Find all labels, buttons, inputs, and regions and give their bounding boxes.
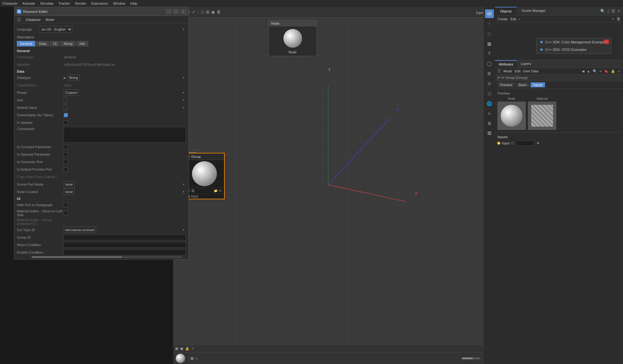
dropdown-close-button[interactable]: ×	[604, 40, 609, 44]
attr-edit-btn[interactable]: Edit	[515, 69, 521, 73]
is-variadic-checkbox[interactable]	[64, 120, 68, 125]
default-value-select[interactable]	[64, 104, 67, 111]
is-default-preview-checkbox[interactable]	[64, 167, 68, 172]
tab-scene-manager[interactable]: Scene Manager	[517, 7, 551, 15]
search-icon[interactable]: 🔍	[600, 9, 605, 13]
hide-port-checkbox[interactable]	[64, 203, 68, 207]
tab-ui[interactable]: UI	[50, 41, 60, 46]
sidebar-icon-hex[interactable]: ⬡	[485, 89, 494, 98]
overwritable-checkbox[interactable]	[64, 113, 68, 117]
attr-expand-icon[interactable]: ⤢	[618, 69, 621, 73]
mode-menu[interactable]: Mode	[46, 18, 54, 22]
tab-inputs[interactable]: Inputs	[531, 82, 545, 87]
input-value-field[interactable]: 0	[516, 141, 534, 146]
enable-condition-input[interactable]	[64, 250, 186, 255]
tab-preview[interactable]: Preview	[498, 82, 515, 87]
tab-info[interactable]: Info	[76, 41, 88, 46]
menu-window[interactable]: Window	[113, 2, 125, 5]
home-icon[interactable]: ⌂	[607, 9, 610, 13]
tab-attributes[interactable]: Attributes	[495, 60, 517, 68]
bottom-icon-2[interactable]: □	[195, 357, 198, 360]
sidebar-icon-select[interactable]: ▦	[485, 39, 494, 48]
menu-tracker[interactable]: Tracker	[58, 2, 70, 5]
maximize-button[interactable]: □	[174, 9, 179, 14]
attr-mode-btn[interactable]: Mode	[503, 69, 512, 73]
sidebar-icon-snap[interactable]	[485, 119, 494, 128]
is-converter-checkbox[interactable]	[64, 160, 68, 164]
sidebar-icon-layers[interactable]	[485, 129, 494, 138]
add-icon[interactable]: +	[611, 17, 614, 21]
tab-string[interactable]: String	[60, 41, 76, 46]
database-menu[interactable]: Database	[26, 18, 41, 22]
edit-button[interactable]: Edit	[510, 17, 516, 21]
tab-general[interactable]: General	[17, 41, 35, 46]
attr-bookmark-icon[interactable]: 🔖	[604, 69, 608, 73]
trash-icon[interactable]: 🗑	[616, 17, 621, 21]
menu-animate[interactable]: Animate	[22, 2, 35, 5]
tab-data[interactable]: Data	[36, 41, 49, 46]
sidebar-icon-ring[interactable]: ◯	[485, 59, 494, 68]
attr-search-icon[interactable]: 🔍	[593, 69, 597, 73]
attr-hamburger-icon[interactable]: ☰	[498, 69, 501, 73]
menu-help[interactable]: Help	[130, 2, 137, 5]
sidebar-icon-arrow-up[interactable]: ↑	[485, 19, 494, 28]
preset-select[interactable]: Custom	[64, 90, 79, 96]
list-icon[interactable]: ☰	[611, 9, 615, 13]
input-dropdown-arrow[interactable]: ▼	[536, 141, 540, 145]
viewport-mode-icon[interactable]: ⬡	[201, 10, 204, 14]
attr-filter-icon[interactable]: ≡	[600, 69, 601, 73]
node-context-select[interactable]: none	[64, 189, 75, 195]
horizontal-scrollbar[interactable]	[32, 256, 182, 258]
sidebar-icon-text[interactable]: T	[485, 49, 494, 58]
menu-character[interactable]: Character	[2, 2, 17, 5]
gui-type-select[interactable]: net.maxon.ui.enum	[64, 227, 96, 233]
sidebar-icon-global[interactable]: 🌐	[485, 99, 494, 108]
viewport-fullscreen-icon[interactable]: ⤢	[191, 347, 194, 351]
gn-icon-3[interactable]: 📁	[214, 189, 218, 192]
is-constant-checkbox[interactable]	[64, 145, 68, 149]
menu-render[interactable]: Render	[75, 2, 86, 5]
attr-forward-icon[interactable]: ▲	[587, 69, 590, 73]
sidebar-icon-circle[interactable]: ⊙	[485, 79, 494, 88]
scale-icon[interactable]: ⤢	[192, 10, 195, 14]
group-id-input[interactable]: net.maxon.node.base.group.inputs	[64, 235, 186, 240]
hamburger-icon[interactable]: ☰	[17, 17, 21, 22]
viewport-layout-icon-2[interactable]: ▣	[180, 347, 183, 351]
language-select[interactable]: en-US - English	[39, 26, 72, 33]
mat-editor-show-checkbox[interactable]	[64, 211, 68, 215]
menu-simulate[interactable]: Simulate	[40, 2, 54, 5]
sidebar-icon-box[interactable]: □	[485, 29, 494, 38]
sidebar-icon-gear[interactable]: ⚙	[485, 69, 494, 78]
viewport-delete-icon[interactable]: 🗑	[217, 10, 221, 14]
scene-port-select[interactable]: none	[64, 181, 75, 187]
datatype-select[interactable]: String	[67, 75, 80, 81]
attr-lock-icon[interactable]: 🔒	[611, 69, 615, 73]
tab-layers[interactable]: Layers	[517, 60, 535, 68]
viewport-lock-icon[interactable]: 🔒	[185, 347, 189, 351]
gn-icon-4[interactable]: ☰	[219, 189, 222, 192]
sidebar-icon-mode[interactable]	[485, 9, 494, 18]
gn-icon-2[interactable]: 🖼	[191, 189, 194, 192]
more-button[interactable]: ›	[519, 17, 520, 21]
commands-textarea[interactable]	[64, 127, 186, 143]
tab-objects[interactable]: Objects	[495, 7, 517, 15]
viewport-layout-icon-1[interactable]: ▦	[175, 347, 178, 351]
attr-user-data-btn[interactable]: User Data	[523, 69, 539, 73]
group-node[interactable]: f× Group ⚙ 🖼 📁 ☰ Input	[184, 153, 225, 199]
minimize-button[interactable]: −	[166, 9, 171, 14]
dropdown-item-2[interactable]: C++ SDK: OCIO Examples	[537, 46, 611, 53]
menu-extensions[interactable]: Extensions	[91, 2, 108, 5]
bottom-zoom-slider[interactable]	[462, 357, 481, 359]
scrollbar-thumb[interactable]	[32, 256, 122, 258]
dropdown-item-1[interactable]: C++ SDK: Color Management Examples	[537, 38, 611, 46]
attr-back-icon[interactable]: ◀	[582, 69, 584, 73]
is-optional-checkbox[interactable]	[64, 152, 68, 157]
expand-icon[interactable]: ⤢	[617, 9, 621, 13]
tab-basic[interactable]: Basic	[516, 82, 529, 87]
unit-select[interactable]	[64, 97, 67, 103]
sidebar-icon-31[interactable]: 31	[485, 109, 494, 118]
close-button[interactable]: ×	[181, 9, 186, 14]
bottom-icon-1[interactable]: ▦	[190, 356, 194, 360]
create-button[interactable]: Create	[498, 17, 508, 21]
viewport-render-icon[interactable]: ◉	[211, 10, 215, 14]
